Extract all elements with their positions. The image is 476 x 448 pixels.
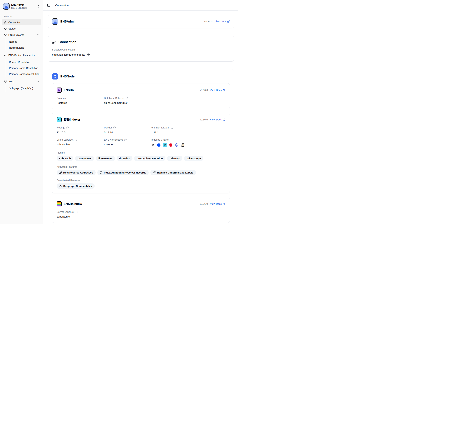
field-ens-normalize: ens-normalize.js 1.11.1	[151, 126, 225, 134]
copy-icon	[87, 53, 90, 56]
database-plus-icon	[100, 171, 103, 174]
sidebar-item-status[interactable]: Status	[2, 25, 41, 32]
indexed-chains-row	[151, 143, 225, 147]
view-docs-label: View Docs	[215, 20, 226, 23]
sidebar-item-label: Registrations	[9, 46, 24, 49]
app-subtitle: Select ENSNode	[11, 7, 27, 9]
client-labelset-label: Client LabelSet	[57, 138, 73, 141]
ensrainbow-meta: v0.36.0 View Docs	[200, 202, 225, 205]
base-chain-icon	[157, 143, 161, 147]
plugin-badge: referrals	[167, 156, 182, 161]
activity-icon	[4, 27, 7, 30]
field-spacer	[151, 97, 225, 104]
info-icon[interactable]	[75, 211, 78, 213]
ensadmin-card-meta: v0.36.0 View Docs	[204, 20, 230, 23]
app-identity: ENSAdmin Select ENSNode	[11, 3, 27, 9]
ponder-value: 0.13.14	[104, 131, 151, 134]
ensnode-card: ENSNode ENSDb v0.36.0	[48, 69, 234, 224]
info-icon[interactable]	[74, 138, 77, 141]
server-labelset-label: Server LabelSet	[57, 211, 74, 213]
view-docs-link[interactable]: View Docs	[210, 202, 225, 205]
ensnode-switcher[interactable]: ENSAdmin Select ENSNode	[2, 2, 41, 11]
sidebar-item-label: APIs	[8, 80, 14, 83]
radio-tower-icon	[4, 80, 7, 83]
version-badge: v0.36.0	[200, 202, 208, 205]
sidebar-item-registrations[interactable]: Registrations	[6, 45, 41, 51]
info-icon[interactable]	[125, 97, 128, 99]
deactivated-features-label: Deactivated Features	[57, 179, 225, 182]
ensdb-title-left: ENSDb	[57, 87, 74, 93]
ens-namespace-value: mainnet	[104, 143, 151, 146]
connection-card-title: Connection	[58, 40, 76, 44]
client-labelset-value: subgraph:0	[57, 143, 104, 146]
plugin-badge: basenames	[75, 156, 94, 161]
activated-features-label: Activated Features	[57, 166, 225, 168]
field-ponder: Ponder 0.13.14	[104, 126, 151, 134]
topbar: Connection	[43, 0, 238, 11]
connection-card-title-row: Connection	[52, 40, 230, 44]
sidebar-item-primary-names-resolution[interactable]: Primary Names Resolution	[6, 71, 41, 77]
sidebar-item-ens-protocol-inspector[interactable]: ENS Protocol Inspector	[2, 52, 41, 58]
info-icon[interactable]	[113, 126, 116, 129]
sidebar-item-names[interactable]: Names	[6, 39, 41, 45]
apis-subgroup: Subgraph (GraphQL)	[2, 85, 41, 92]
version-badge: v0.36.0	[200, 89, 208, 92]
ensdb-card: ENSDb v0.36.0 View Docs Database	[52, 83, 230, 109]
sidebar-item-primary-name-resolution[interactable]: Primary Name Resolution	[6, 65, 41, 71]
sub-list: Subgraph (GraphQL)	[6, 85, 41, 92]
info-icon[interactable]	[171, 126, 173, 129]
sidebar-item-subgraph-graphql[interactable]: Subgraph (GraphQL)	[6, 85, 41, 91]
pill-icon	[59, 171, 62, 174]
plugin-badge: protocol-acceleration	[134, 156, 165, 161]
ensadmin-card: ENSAdmin v0.36.0 View Docs	[48, 15, 234, 28]
view-docs-link[interactable]: View Docs	[215, 20, 230, 23]
ethereum-chain-icon	[151, 143, 155, 147]
card-connector-line	[54, 62, 54, 69]
field-ens-namespace: ENS Namespace mainnet	[104, 138, 151, 147]
view-docs-link[interactable]: View Docs	[210, 89, 225, 92]
ensindexer-fields-row1: Node.js 22.20.0 Ponder 0.13.14	[57, 126, 225, 134]
server-labelset-value: subgraph:0	[57, 215, 104, 218]
telescope-icon	[4, 34, 7, 36]
sidebar-item-ens-explorer[interactable]: ENS Explorer	[2, 32, 41, 38]
connection-card: Connection Selected Connection https://a…	[48, 36, 234, 62]
feature-badge-index-additional-resolver-records: Index Additional Resolver Records	[97, 170, 149, 175]
deactivated-features-row: Subgraph Compatibility	[57, 184, 225, 189]
sidebar-item-label: Names	[9, 40, 17, 43]
copy-url-button[interactable]	[87, 53, 90, 56]
version-badge: v0.36.0	[200, 118, 208, 121]
indexed-chains-label: Indexed Chains	[151, 138, 225, 141]
sidebar-item-label: Record Resolution	[9, 61, 30, 63]
app-name: ENSAdmin	[11, 3, 27, 6]
sidebar-item-connection[interactable]: Connection	[2, 19, 41, 25]
ensnode-card-title: ENSNode	[60, 75, 74, 78]
ensindexer-title-row: ENSIndexer v0.36.0 View Docs	[57, 117, 225, 122]
feature-badge-subgraph-compatibility: Subgraph Compatibility	[57, 184, 95, 189]
content: ENSAdmin v0.36.0 View Docs Conne	[43, 11, 238, 224]
pyramid-glyph	[52, 19, 58, 24]
sidebar-item-label: Primary Names Resolution	[9, 73, 39, 75]
info-icon[interactable]	[124, 138, 127, 141]
sidebar-item-apis[interactable]: APIs	[2, 78, 41, 85]
chevron-down-icon	[37, 54, 39, 57]
sidebar-toggle-button[interactable]	[47, 4, 50, 7]
sidebar-item-record-resolution[interactable]: Record Resolution	[6, 59, 41, 65]
info-icon[interactable]	[66, 126, 69, 129]
ens-namespace-label: ENS Namespace	[104, 138, 123, 141]
view-docs-link[interactable]: View Docs	[210, 118, 225, 121]
ens-explorer-subgroup: Names Registrations	[2, 38, 41, 51]
ensrainbow-title-row: ENSRainbow v0.36.0 View Docs	[57, 201, 225, 207]
ensdb-fields: Database Postgres Database Schema alphaS…	[57, 97, 225, 104]
feature-badge-label: Index Additional Resolver Records	[104, 171, 146, 174]
activated-features-row: Heal Reverse Addresses Index Additional …	[57, 170, 225, 175]
feature-badge-heal-reverse-addresses: Heal Reverse Addresses	[57, 170, 96, 175]
optimism-chain-icon	[169, 143, 173, 147]
external-link-icon	[223, 118, 225, 121]
field-client-labelset: Client LabelSet subgraph:0	[57, 138, 104, 147]
external-link-icon	[223, 203, 225, 205]
panel-left-icon	[47, 4, 50, 7]
ens-mark-icon	[4, 54, 7, 57]
view-docs-label: View Docs	[210, 118, 222, 121]
ponder-label: Ponder	[104, 126, 112, 129]
feature-badge-label: Heal Reverse Addresses	[63, 171, 93, 174]
